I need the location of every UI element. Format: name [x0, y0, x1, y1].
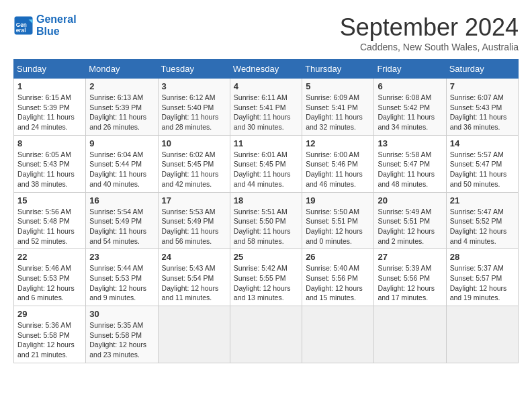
day-number: 2 [89, 81, 154, 91]
calendar-header-row: SundayMondayTuesdayWednesdayThursdayFrid… [14, 60, 519, 79]
location-subtitle: Caddens, New South Wales, Australia [340, 42, 519, 52]
day-number: 7 [450, 81, 515, 91]
weekday-header: Monday [86, 60, 158, 79]
day-number: 26 [306, 252, 370, 262]
calendar-cell: 25 Sunrise: 5:42 AMSunset: 5:55 PMDaylig… [230, 249, 302, 306]
calendar-cell: 19 Sunrise: 5:50 AMSunset: 5:51 PMDaylig… [302, 192, 374, 249]
day-info: Sunrise: 6:00 AMSunset: 5:46 PMDaylight:… [306, 150, 363, 188]
calendar-cell: 17 Sunrise: 5:53 AMSunset: 5:49 PMDaylig… [158, 192, 230, 249]
day-info: Sunrise: 5:50 AMSunset: 5:51 PMDaylight:… [306, 208, 363, 245]
calendar-cell: 29 Sunrise: 5:36 AMSunset: 5:58 PMDaylig… [14, 306, 86, 363]
calendar-cell: 1 Sunrise: 6:15 AMSunset: 5:39 PMDayligh… [14, 79, 86, 136]
day-number: 5 [306, 81, 370, 91]
day-number: 12 [306, 138, 370, 148]
calendar-cell: 11 Sunrise: 6:01 AMSunset: 5:45 PMDaylig… [230, 135, 302, 192]
calendar-table: SundayMondayTuesdayWednesdayThursdayFrid… [13, 59, 519, 363]
day-info: Sunrise: 5:54 AMSunset: 5:49 PMDaylight:… [89, 208, 146, 245]
day-number: 21 [450, 195, 515, 205]
day-number: 18 [234, 195, 298, 205]
day-info: Sunrise: 6:08 AMSunset: 5:42 PMDaylight:… [378, 93, 435, 131]
weekday-header: Wednesday [230, 60, 302, 79]
calendar-cell: 16 Sunrise: 5:54 AMSunset: 5:49 PMDaylig… [86, 192, 158, 249]
day-info: Sunrise: 5:53 AMSunset: 5:49 PMDaylight:… [162, 208, 219, 245]
calendar-cell [374, 306, 446, 363]
calendar-cell: 30 Sunrise: 5:35 AMSunset: 5:58 PMDaylig… [86, 306, 158, 363]
calendar-week-row: 8 Sunrise: 6:05 AMSunset: 5:43 PMDayligh… [14, 135, 519, 192]
day-info: Sunrise: 5:36 AMSunset: 5:58 PMDaylight:… [17, 321, 75, 359]
calendar-cell: 14 Sunrise: 5:57 AMSunset: 5:47 PMDaylig… [446, 135, 518, 192]
page-header: Gen eral General Blue September 2024 Cad… [13, 13, 519, 52]
day-info: Sunrise: 5:43 AMSunset: 5:54 PMDaylight:… [162, 264, 219, 302]
day-info: Sunrise: 5:42 AMSunset: 5:55 PMDaylight:… [234, 264, 291, 302]
day-number: 16 [89, 195, 154, 205]
day-info: Sunrise: 6:07 AMSunset: 5:43 PMDaylight:… [450, 93, 507, 131]
logo-text: General Blue [36, 13, 77, 37]
calendar-cell: 5 Sunrise: 6:09 AMSunset: 5:41 PMDayligh… [302, 79, 374, 136]
day-number: 19 [306, 195, 370, 205]
day-number: 22 [17, 252, 82, 262]
day-number: 25 [234, 252, 298, 262]
calendar-cell: 27 Sunrise: 5:39 AMSunset: 5:56 PMDaylig… [374, 249, 446, 306]
day-number: 1 [17, 81, 82, 91]
logo-icon: Gen eral [13, 15, 34, 36]
day-info: Sunrise: 5:56 AMSunset: 5:48 PMDaylight:… [17, 208, 75, 245]
day-info: Sunrise: 5:51 AMSunset: 5:50 PMDaylight:… [234, 208, 291, 245]
day-number: 11 [234, 138, 298, 148]
calendar-week-row: 1 Sunrise: 6:15 AMSunset: 5:39 PMDayligh… [14, 79, 519, 136]
month-title: September 2024 [340, 13, 519, 42]
day-number: 4 [234, 81, 298, 91]
calendar-cell: 24 Sunrise: 5:43 AMSunset: 5:54 PMDaylig… [158, 249, 230, 306]
day-number: 14 [450, 138, 515, 148]
day-info: Sunrise: 6:13 AMSunset: 5:39 PMDaylight:… [89, 93, 146, 131]
day-number: 3 [162, 81, 226, 91]
calendar-week-row: 29 Sunrise: 5:36 AMSunset: 5:58 PMDaylig… [14, 306, 519, 363]
day-info: Sunrise: 5:57 AMSunset: 5:47 PMDaylight:… [450, 150, 507, 188]
day-number: 15 [17, 195, 82, 205]
calendar-cell: 6 Sunrise: 6:08 AMSunset: 5:42 PMDayligh… [374, 79, 446, 136]
day-info: Sunrise: 5:39 AMSunset: 5:56 PMDaylight:… [378, 264, 435, 302]
calendar-cell: 26 Sunrise: 5:40 AMSunset: 5:56 PMDaylig… [302, 249, 374, 306]
logo: Gen eral General Blue [13, 13, 77, 37]
calendar-cell [230, 306, 302, 363]
calendar-cell: 23 Sunrise: 5:44 AMSunset: 5:53 PMDaylig… [86, 249, 158, 306]
weekday-header: Tuesday [158, 60, 230, 79]
weekday-header: Saturday [446, 60, 518, 79]
day-info: Sunrise: 6:04 AMSunset: 5:44 PMDaylight:… [89, 150, 146, 188]
day-info: Sunrise: 6:02 AMSunset: 5:45 PMDaylight:… [162, 150, 219, 188]
day-info: Sunrise: 6:09 AMSunset: 5:41 PMDaylight:… [306, 93, 363, 131]
calendar-cell: 22 Sunrise: 5:46 AMSunset: 5:53 PMDaylig… [14, 249, 86, 306]
day-number: 20 [378, 195, 442, 205]
calendar-cell: 18 Sunrise: 5:51 AMSunset: 5:50 PMDaylig… [230, 192, 302, 249]
day-info: Sunrise: 6:12 AMSunset: 5:40 PMDaylight:… [162, 93, 219, 131]
day-info: Sunrise: 6:11 AMSunset: 5:41 PMDaylight:… [234, 93, 291, 131]
day-info: Sunrise: 6:01 AMSunset: 5:45 PMDaylight:… [234, 150, 291, 188]
calendar-cell [302, 306, 374, 363]
weekday-header: Sunday [14, 60, 86, 79]
day-info: Sunrise: 5:40 AMSunset: 5:56 PMDaylight:… [306, 264, 363, 302]
day-info: Sunrise: 6:15 AMSunset: 5:39 PMDaylight:… [17, 93, 75, 131]
day-number: 10 [162, 138, 226, 148]
day-number: 27 [378, 252, 442, 262]
calendar-cell: 8 Sunrise: 6:05 AMSunset: 5:43 PMDayligh… [14, 135, 86, 192]
calendar-week-row: 22 Sunrise: 5:46 AMSunset: 5:53 PMDaylig… [14, 249, 519, 306]
weekday-header: Friday [374, 60, 446, 79]
day-info: Sunrise: 5:49 AMSunset: 5:51 PMDaylight:… [378, 208, 435, 245]
calendar-cell [158, 306, 230, 363]
day-info: Sunrise: 5:37 AMSunset: 5:57 PMDaylight:… [450, 264, 507, 302]
svg-text:eral: eral [16, 27, 26, 33]
day-number: 9 [89, 138, 154, 148]
day-info: Sunrise: 5:35 AMSunset: 5:58 PMDaylight:… [89, 321, 146, 359]
title-block: September 2024 Caddens, New South Wales,… [340, 13, 519, 52]
day-info: Sunrise: 5:44 AMSunset: 5:53 PMDaylight:… [89, 264, 146, 302]
calendar-cell: 3 Sunrise: 6:12 AMSunset: 5:40 PMDayligh… [158, 79, 230, 136]
calendar-cell: 28 Sunrise: 5:37 AMSunset: 5:57 PMDaylig… [446, 249, 518, 306]
weekday-header: Thursday [302, 60, 374, 79]
calendar-cell: 7 Sunrise: 6:07 AMSunset: 5:43 PMDayligh… [446, 79, 518, 136]
calendar-cell: 20 Sunrise: 5:49 AMSunset: 5:51 PMDaylig… [374, 192, 446, 249]
day-info: Sunrise: 6:05 AMSunset: 5:43 PMDaylight:… [17, 150, 75, 188]
day-number: 17 [162, 195, 226, 205]
day-info: Sunrise: 5:58 AMSunset: 5:47 PMDaylight:… [378, 150, 435, 188]
calendar-week-row: 15 Sunrise: 5:56 AMSunset: 5:48 PMDaylig… [14, 192, 519, 249]
day-number: 24 [162, 252, 226, 262]
calendar-cell: 15 Sunrise: 5:56 AMSunset: 5:48 PMDaylig… [14, 192, 86, 249]
